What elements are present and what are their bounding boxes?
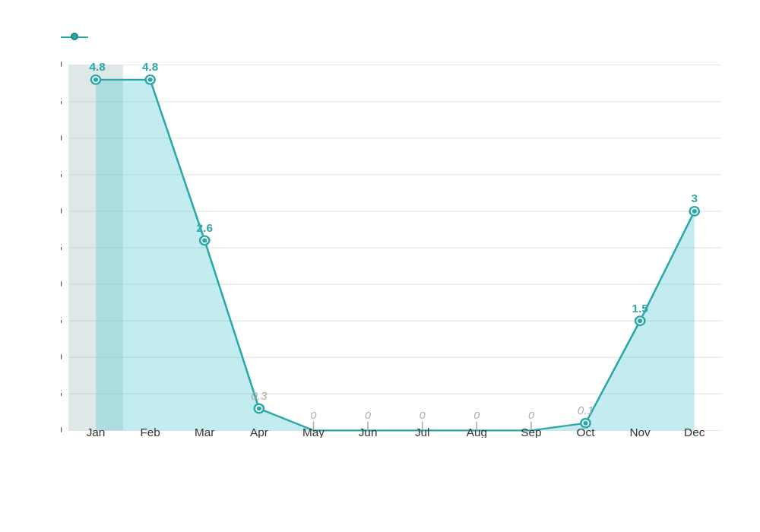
svg-point-25 <box>93 78 98 82</box>
chart-svg: 0.00.51.01.52.02.53.03.54.04.55.04.84.82… <box>61 58 737 438</box>
svg-text:0: 0 <box>310 409 316 420</box>
svg-text:1.0: 1.0 <box>61 350 62 362</box>
svg-text:May: May <box>302 426 325 438</box>
svg-point-47 <box>583 421 587 426</box>
svg-text:1.5: 1.5 <box>61 314 62 325</box>
svg-text:4.5: 4.5 <box>61 95 62 106</box>
svg-text:3.5: 3.5 <box>61 168 62 179</box>
svg-text:3: 3 <box>691 193 698 204</box>
svg-text:4.8: 4.8 <box>89 62 105 73</box>
legend-dot <box>71 33 78 40</box>
svg-text:Sep: Sep <box>521 426 541 438</box>
svg-text:0.3: 0.3 <box>251 390 268 401</box>
svg-text:0: 0 <box>420 409 426 420</box>
svg-text:2.6: 2.6 <box>197 222 213 233</box>
svg-text:0.0: 0.0 <box>61 424 62 435</box>
svg-point-53 <box>692 209 697 214</box>
chart-legend <box>61 30 737 43</box>
svg-text:Mar: Mar <box>195 426 214 438</box>
svg-text:Feb: Feb <box>140 426 160 438</box>
svg-text:Jun: Jun <box>359 426 378 438</box>
chart-container: 0.00.51.01.52.02.53.03.54.04.55.04.84.82… <box>0 0 760 532</box>
svg-point-50 <box>638 318 642 323</box>
svg-text:Dec: Dec <box>684 426 705 438</box>
svg-text:0: 0 <box>528 409 534 420</box>
svg-text:Apr: Apr <box>250 426 268 438</box>
svg-text:1.5: 1.5 <box>632 302 648 314</box>
svg-text:4.0: 4.0 <box>61 131 62 143</box>
svg-text:Oct: Oct <box>577 426 596 438</box>
svg-text:5.0: 5.0 <box>61 59 62 70</box>
svg-text:2.0: 2.0 <box>61 277 62 289</box>
svg-text:0: 0 <box>473 409 480 420</box>
svg-text:Jan: Jan <box>87 426 106 438</box>
svg-point-28 <box>148 78 153 82</box>
svg-text:Aug: Aug <box>467 426 487 438</box>
svg-point-34 <box>257 407 261 411</box>
svg-text:Nov: Nov <box>629 426 651 438</box>
svg-text:2.5: 2.5 <box>61 241 62 252</box>
svg-marker-23 <box>96 80 695 431</box>
svg-text:0: 0 <box>365 409 371 420</box>
svg-text:4.8: 4.8 <box>142 62 158 73</box>
svg-text:Jul: Jul <box>415 426 430 438</box>
svg-text:0.1: 0.1 <box>578 405 594 416</box>
svg-text:3.0: 3.0 <box>61 204 62 216</box>
svg-text:0.5: 0.5 <box>61 388 62 399</box>
legend-icon <box>61 30 88 43</box>
svg-point-31 <box>202 239 207 243</box>
